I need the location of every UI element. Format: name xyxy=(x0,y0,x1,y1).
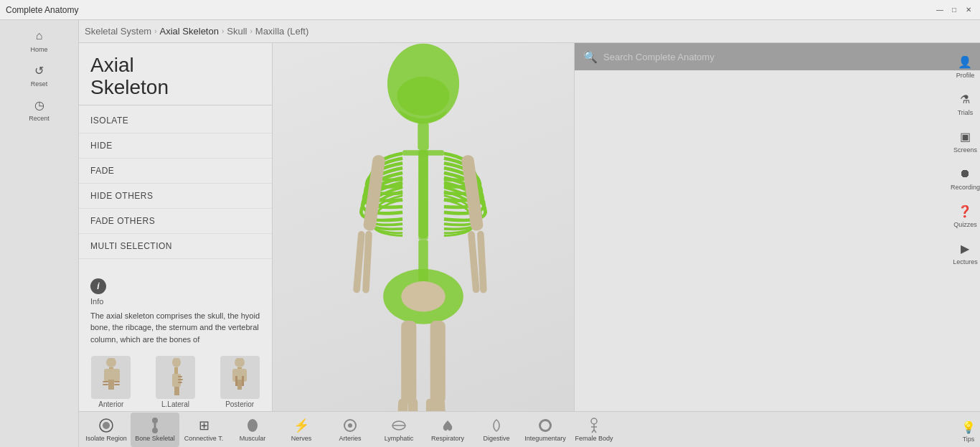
search-input[interactable] xyxy=(603,52,977,62)
svg-rect-26 xyxy=(418,150,428,240)
thumbnail-anterior-img xyxy=(91,356,131,399)
svg-point-53 xyxy=(541,421,550,430)
svg-point-49 xyxy=(348,423,352,428)
svg-point-46 xyxy=(152,428,158,433)
trials-icon: ⚗ xyxy=(956,90,974,108)
right-icon-lectures[interactable]: ▶ Lectures xyxy=(951,234,980,271)
thumbnail-posterior-img xyxy=(220,356,260,399)
svg-rect-41 xyxy=(435,398,447,411)
right-panel: 🔍 Search 👤 Profile ⚗ Trials xyxy=(574,43,980,411)
right-icon-quizzes[interactable]: ❓ Quizzes xyxy=(951,197,980,234)
svg-line-58 xyxy=(594,430,596,433)
svg-rect-4 xyxy=(103,381,108,382)
toolbar-connective-t[interactable]: ⊞ Connective T. xyxy=(179,413,228,447)
sidebar-item-recent[interactable]: ◷ Recent xyxy=(0,92,78,126)
isolate-region-icon xyxy=(98,417,115,434)
content-area: Skeletal System › Axial Skeleton › Skull… xyxy=(79,20,980,447)
breadcrumb-axial-skeleton[interactable]: Axial Skeleton xyxy=(160,26,219,37)
right-icon-screens[interactable]: ▣ Screens xyxy=(951,122,980,159)
app-container: ⌂ Home ↺ Reset ◷ Recent Skeletal System … xyxy=(0,20,980,447)
svg-point-47 xyxy=(248,419,258,432)
skeleton-area xyxy=(273,43,574,411)
toolbar-isolate-region[interactable]: Isolate Region xyxy=(82,413,131,447)
menu-hide[interactable]: HIDE xyxy=(79,133,272,159)
right-icon-recording[interactable]: ⏺ Recording xyxy=(951,159,980,197)
window-controls: — □ ✕ xyxy=(934,4,974,16)
profile-icon: 👤 xyxy=(956,53,974,70)
bottom-toolbar: Isolate Region Bone Skeletal ⊞ Connectiv… xyxy=(79,411,980,447)
muscular-icon xyxy=(244,417,261,434)
breadcrumb-skeletal-system[interactable]: Skeletal System xyxy=(85,26,151,37)
close-button[interactable]: ✕ xyxy=(963,4,974,16)
svg-point-44 xyxy=(152,418,158,423)
svg-rect-36 xyxy=(401,321,416,404)
reset-icon: ↺ xyxy=(31,62,48,79)
breadcrumb-sep-3: › xyxy=(250,27,252,35)
menu-multi-selection[interactable]: MULTI SELECTION xyxy=(79,234,272,259)
female-body-icon xyxy=(585,417,603,434)
left-panel: Axial Skeleton ISOLATE HIDE FADE HIDE OT… xyxy=(79,43,273,411)
toolbar-arteries[interactable]: Arteries xyxy=(326,413,374,447)
svg-rect-12 xyxy=(178,379,183,380)
svg-rect-3 xyxy=(108,380,114,390)
right-icon-trials[interactable]: ⚗ Trials xyxy=(951,85,980,122)
sidebar-item-reset[interactable]: ↺ Reset xyxy=(0,57,78,92)
panel-menu: ISOLATE HIDE FADE HIDE OTHERS FADE OTHER… xyxy=(79,105,272,262)
toolbar-digestive[interactable]: Digestive xyxy=(472,413,521,447)
thumbnail-anterior[interactable]: Anterior xyxy=(91,356,131,408)
recent-icon: ◷ xyxy=(31,96,48,113)
toolbar-muscular[interactable]: Muscular xyxy=(228,413,277,447)
menu-fade-others[interactable]: FADE OTHERS xyxy=(79,209,272,234)
right-icon-profile[interactable]: 👤 Profile xyxy=(951,47,980,85)
svg-rect-6 xyxy=(103,384,108,385)
thumbnail-posterior-label: Posterior xyxy=(225,400,254,408)
toolbar-respiratory[interactable]: Respiratory xyxy=(423,413,472,447)
integumentary-icon xyxy=(537,417,554,434)
svg-point-0 xyxy=(106,358,116,367)
menu-isolate[interactable]: ISOLATE xyxy=(79,108,272,133)
sidebar-item-home[interactable]: ⌂ Home xyxy=(0,23,78,57)
info-label: Info xyxy=(90,297,260,306)
lymphatic-icon xyxy=(390,417,407,434)
bone-skeletal-icon xyxy=(146,417,164,434)
thumbnail-posterior[interactable]: Posterior xyxy=(220,356,260,408)
maximize-button[interactable]: □ xyxy=(948,4,960,16)
panel-heading: Axial Skeleton xyxy=(90,55,260,99)
breadcrumb: Skeletal System › Axial Skeleton › Skull… xyxy=(79,20,980,43)
toolbar-female-body[interactable]: Female Body xyxy=(570,413,618,447)
toolbar-nerves[interactable]: ⚡ Nerves xyxy=(277,413,326,447)
svg-point-29 xyxy=(401,281,446,311)
view-thumbnails: Anterior xyxy=(79,350,272,411)
svg-rect-5 xyxy=(114,381,120,382)
info-icon: i xyxy=(90,278,106,294)
toolbar-bone-skeletal[interactable]: Bone Skeletal xyxy=(131,413,179,447)
recording-icon: ⏺ xyxy=(956,165,974,182)
screens-icon: ▣ xyxy=(956,128,974,145)
svg-rect-9 xyxy=(174,367,178,375)
svg-rect-39 xyxy=(430,321,446,404)
quizzes-icon: ❓ xyxy=(956,202,974,220)
minimize-button[interactable]: — xyxy=(934,4,946,16)
svg-point-22 xyxy=(397,77,449,116)
viewport[interactable] xyxy=(273,43,574,411)
svg-rect-14 xyxy=(174,387,179,395)
breadcrumb-sep-2: › xyxy=(222,27,224,35)
tips-button[interactable]: 💡 Tips xyxy=(961,420,976,443)
svg-point-15 xyxy=(235,358,245,367)
toolbar-lymphatic[interactable]: Lymphatic xyxy=(374,413,423,447)
digestive-icon xyxy=(488,417,505,434)
thumbnail-l-lateral[interactable]: L.Lateral xyxy=(156,356,195,408)
nerves-icon: ⚡ xyxy=(293,417,310,434)
svg-rect-11 xyxy=(178,376,182,377)
breadcrumb-maxilla[interactable]: Maxilla (Left) xyxy=(255,26,308,37)
svg-rect-7 xyxy=(114,384,120,385)
app-title: Complete Anatomy xyxy=(6,5,974,15)
svg-rect-18 xyxy=(237,380,242,390)
menu-fade[interactable]: FADE xyxy=(79,159,272,184)
svg-rect-40 xyxy=(426,398,435,411)
main-content: Axial Skeleton ISOLATE HIDE FADE HIDE OT… xyxy=(79,43,980,411)
toolbar-integumentary[interactable]: Integumentary xyxy=(521,413,570,447)
menu-hide-others[interactable]: HIDE OTHERS xyxy=(79,184,272,209)
breadcrumb-skull[interactable]: Skull xyxy=(227,26,247,37)
svg-rect-38 xyxy=(408,398,418,411)
